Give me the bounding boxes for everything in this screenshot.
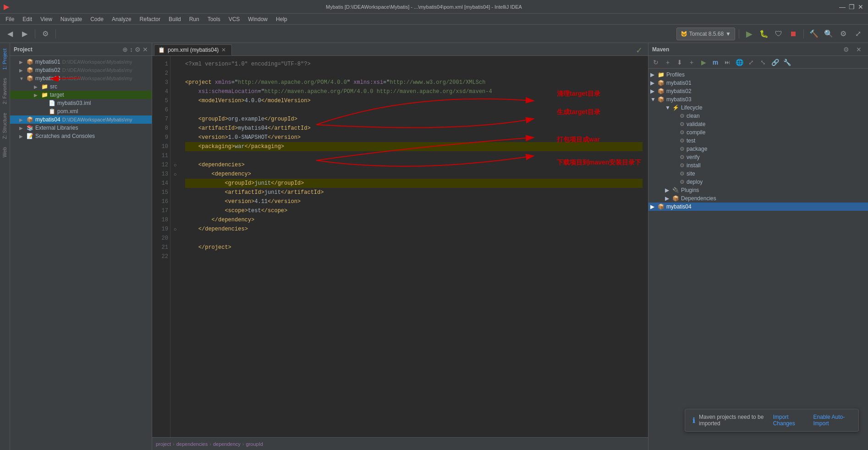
build-button[interactable]: 🔨 [808, 27, 820, 40]
maven-download-button[interactable]: ⬇ [674, 57, 685, 68]
tree-item-scratches[interactable]: ▶ 📝 Scratches and Consoles [10, 132, 152, 140]
menu-vcs[interactable]: VCS [225, 15, 244, 23]
tree-item-external-libraries[interactable]: ▶ 📚 External Libraries [10, 124, 152, 132]
expand-icon: ▶ [19, 60, 27, 65]
breadcrumb-project[interactable]: project [156, 441, 171, 447]
notification-text: Maven projects need to be imported [699, 414, 769, 427]
tree-item-mybatis01[interactable]: ▶ 📦 mybatis01 D:\IDEAWorkspace\Mybatis\m… [10, 58, 152, 66]
maven-item-deploy[interactable]: ⚙ deploy [648, 178, 868, 186]
titlebar-left: ▶ [4, 2, 9, 11]
maven-item-mybatis04[interactable]: ▶ 📦 mybatis04 [648, 203, 868, 211]
debug-button[interactable]: 🐛 [758, 27, 770, 40]
maven-toggle-button[interactable]: 🌐 [734, 57, 745, 68]
maven-item-package[interactable]: ⚙ package [648, 145, 868, 153]
tree-item-target[interactable]: ▶ 📁 target [10, 91, 152, 99]
maven-refresh-button[interactable]: ↻ [650, 57, 661, 68]
run-button[interactable]: ▶ [743, 27, 756, 40]
forward-button[interactable]: ▶ [18, 27, 31, 40]
maven-run-button[interactable]: ▶ [698, 57, 709, 68]
breadcrumb-sep-1: › [173, 441, 175, 447]
maven-settings-icon[interactable]: ⚙ [841, 44, 852, 55]
tab-close-icon[interactable]: ✕ [221, 47, 226, 53]
menu-file[interactable]: File [2, 15, 18, 23]
breadcrumb-dependencies[interactable]: dependencies [176, 441, 208, 447]
maven-item-plugins[interactable]: ▶ 🔌 Plugins [648, 186, 868, 194]
maven-item-mybatis02[interactable]: ▶ 📦 mybatis02 [648, 87, 868, 95]
menu-tools[interactable]: Tools [204, 15, 224, 23]
maven-collapse-all[interactable]: ⤡ [758, 57, 769, 68]
maven-skip-button[interactable]: ⏭ [722, 57, 733, 68]
tree-item-mybatis03-iml[interactable]: 📄 mybatis03.iml [10, 99, 152, 107]
maven-item-mybatis01[interactable]: ▶ 📦 mybatis01 [648, 79, 868, 87]
menu-run[interactable]: Run [186, 15, 203, 23]
import-changes-link[interactable]: Import Changes [773, 414, 805, 427]
settings-button[interactable]: ⚙ [39, 27, 52, 40]
menu-analyze[interactable]: Analyze [108, 15, 135, 23]
maven-close-icon[interactable]: ✕ [853, 44, 864, 55]
tomcat-dropdown[interactable]: 🐱 Tomcat 8.5.68 ▼ [676, 27, 735, 40]
menu-code[interactable]: Code [87, 15, 107, 23]
maven-toolbar: ↻ + ⬇ + ▶ m ⏭ 🌐 ⤢ ⤡ 🔗 🔧 [648, 56, 868, 69]
menu-navigate[interactable]: Navigate [57, 15, 86, 23]
menu-edit[interactable]: Edit [19, 15, 36, 23]
menu-build[interactable]: Build [165, 15, 185, 23]
code-editor[interactable]: <?xml version="1.0" encoding="UTF-8"?> <… [180, 56, 648, 437]
maven-item-dependencies[interactable]: ▶ 📦 Dependencies [648, 194, 868, 203]
project-panel: Project ⊕ ↕ ⚙ ✕ ▶ 📦 mybatis01 D:\IDEAWor… [10, 43, 152, 450]
maven-expand-all[interactable]: ⤢ [746, 57, 757, 68]
maven-link-button[interactable]: 🔗 [769, 57, 780, 68]
close-button[interactable]: ✕ [857, 3, 864, 11]
settings-main[interactable]: ⚙ [837, 27, 850, 40]
maven-item-validate[interactable]: ⚙ validate [648, 120, 868, 128]
minimize-button[interactable]: — [839, 3, 846, 11]
tree-item-mybatis03[interactable]: ▼ 📦 mybatis03 D:\IDEAWorkspace\Mybatis\m… [10, 74, 152, 82]
maven-item-compile[interactable]: ⚙ compile [648, 128, 868, 137]
checkmark-icon[interactable]: ✓ [636, 45, 643, 55]
maven-generate-button[interactable]: + [686, 57, 697, 68]
tree-item-src[interactable]: ▶ 📁 src [10, 82, 152, 91]
back-button[interactable]: ◀ [4, 27, 16, 40]
run-with-coverage[interactable]: 🛡 [772, 27, 785, 40]
maven-item-site[interactable]: ⚙ site [648, 170, 868, 178]
editor-tab-pom[interactable]: 📋 pom.xml (mybatis04) ✕ [154, 44, 232, 55]
tab-structure[interactable]: Z: Structure [0, 109, 10, 143]
maven-wrench-button[interactable]: 🔧 [781, 57, 792, 68]
maven-item-lifecycle[interactable]: ▼ ⚡ Lifecycle [648, 104, 868, 112]
tab-favorites[interactable]: 2: Favorites [0, 74, 10, 108]
menu-refactor[interactable]: Refactor [136, 15, 164, 23]
enable-auto-import-link[interactable]: Enable Auto-Import [813, 414, 851, 427]
expand-button[interactable]: ⤢ [852, 27, 864, 40]
menu-window[interactable]: Window [244, 15, 271, 23]
maven-item-test[interactable]: ⚙ test [648, 137, 868, 145]
item-label: compile [687, 129, 705, 136]
tab-project[interactable]: 1: Project [0, 45, 10, 73]
maven-item-verify[interactable]: ⚙ verify [648, 153, 868, 161]
tree-item-mybatis02[interactable]: ▶ 📦 mybatis02 D:\IDEAWorkspace\Mybatis\m… [10, 66, 152, 74]
item-path: D:\IDEAWorkspace\Mybatis\my [62, 59, 132, 65]
maven-item-mybatis03[interactable]: ▼ 📦 mybatis03 [648, 95, 868, 104]
tab-web[interactable]: Web [0, 143, 10, 161]
maven-add-button[interactable]: + [662, 57, 673, 68]
expand-icon: ▼ [665, 104, 672, 111]
breadcrumb-dependency[interactable]: dependency [213, 441, 241, 447]
maven-item-install[interactable]: ⚙ install [648, 161, 868, 170]
stop-button[interactable]: ⏹ [787, 27, 800, 40]
collapse-icon[interactable]: ↕ [130, 46, 133, 53]
maximize-button[interactable]: ❐ [848, 3, 855, 11]
maven-m-button[interactable]: m [710, 57, 721, 68]
maven-item-profiles[interactable]: ▶ 📁 Profiles [648, 71, 868, 79]
code-line-18: </dependency> [185, 215, 643, 225]
maven-item-clean[interactable]: ⚙ clean [648, 112, 868, 120]
add-new-icon[interactable]: ⊕ [122, 46, 128, 53]
breadcrumb-groupid[interactable]: groupId [246, 441, 263, 447]
menu-help[interactable]: Help [272, 15, 291, 23]
tree-item-pom-xml[interactable]: 📋 pom.xml [10, 107, 152, 115]
close-panel-icon[interactable]: ✕ [143, 46, 148, 53]
search-everywhere[interactable]: 🔍 [822, 27, 835, 40]
menu-view[interactable]: View [37, 15, 56, 23]
lifecycle-icon: ⚡ [672, 104, 679, 111]
code-line-13: <dependency> [185, 170, 643, 179]
folder-icon: 📁 [41, 92, 48, 98]
tree-item-mybatis04[interactable]: ▶ 📦 mybatis04 D:\IDEAWorkspace\Mybatis\m… [10, 115, 152, 124]
panel-settings-icon[interactable]: ⚙ [135, 46, 141, 53]
